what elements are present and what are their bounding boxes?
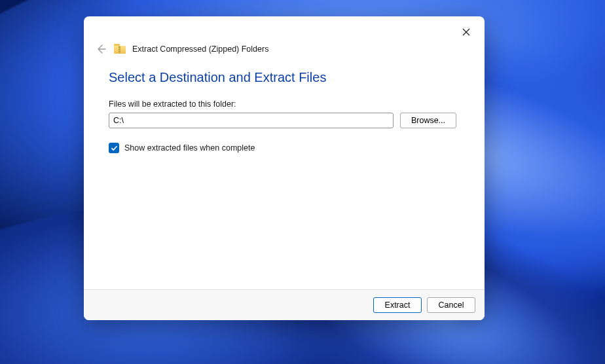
wizard-title: Extract Compressed (Zipped) Folders bbox=[132, 45, 268, 54]
path-label: Files will be extracted to this folder: bbox=[109, 100, 460, 109]
show-files-label: Show extracted files when complete bbox=[124, 143, 255, 153]
extract-button[interactable]: Extract bbox=[373, 297, 422, 313]
show-files-checkbox[interactable] bbox=[109, 143, 119, 153]
cancel-button[interactable]: Cancel bbox=[427, 297, 475, 313]
close-icon bbox=[462, 28, 470, 36]
page-heading: Select a Destination and Extract Files bbox=[109, 70, 460, 85]
titlebar bbox=[84, 16, 485, 43]
back-arrow-icon bbox=[96, 44, 106, 54]
checkmark-icon bbox=[111, 145, 118, 152]
zipped-folder-icon bbox=[114, 44, 126, 54]
wizard-header: Extract Compressed (Zipped) Folders bbox=[84, 43, 485, 65]
back-button[interactable] bbox=[94, 43, 107, 56]
wizard-content: Select a Destination and Extract Files F… bbox=[84, 65, 485, 289]
extract-wizard-dialog: Extract Compressed (Zipped) Folders Sele… bbox=[84, 16, 485, 320]
destination-path-input[interactable] bbox=[109, 113, 394, 128]
browse-button[interactable]: Browse... bbox=[400, 113, 456, 128]
wizard-footer: Extract Cancel bbox=[84, 289, 485, 320]
close-button[interactable] bbox=[452, 22, 481, 43]
